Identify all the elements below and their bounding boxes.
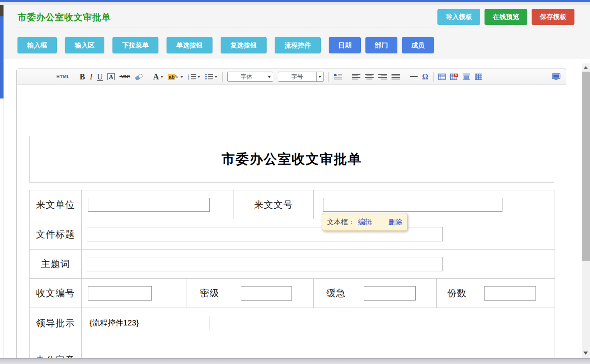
page-title: 市委办公室收文审批单	[18, 11, 111, 23]
insert-table-button[interactable]	[438, 74, 446, 80]
horizontal-rule-icon	[410, 76, 418, 77]
align-center-button[interactable]	[365, 74, 374, 80]
special-character-button[interactable]: Ω	[422, 72, 428, 81]
table-row: 领导批示	[30, 308, 555, 338]
table-row: 来文单位 来文文号	[30, 190, 555, 219]
bold-button[interactable]: B	[80, 72, 85, 82]
input-urgency[interactable]	[364, 286, 416, 301]
field-label-doc-number: 来文文号	[234, 190, 314, 219]
form-title: 市委办公室收文审批单	[29, 136, 554, 183]
chevron-down-icon	[180, 76, 183, 78]
font-family-label: 字体	[228, 72, 266, 81]
chevron-down-icon	[268, 76, 271, 78]
font-size-dropdown-button[interactable]	[316, 72, 323, 81]
font-color-button[interactable]: A	[153, 72, 163, 82]
chevron-down-icon	[197, 76, 200, 78]
font-family-dropdown-button[interactable]	[266, 72, 273, 81]
import-template-button[interactable]: 导入模板	[437, 9, 480, 25]
strikethrough-button[interactable]: ABC	[119, 74, 130, 80]
save-template-button[interactable]: 保存模板	[532, 9, 574, 25]
italic-button[interactable]: I	[90, 72, 93, 82]
remove-format-eraser-button[interactable]	[135, 73, 143, 80]
horizontal-rule-button[interactable]	[410, 76, 418, 77]
input-receipt-number[interactable]	[88, 286, 152, 301]
scrollbar-thumb[interactable]	[582, 72, 590, 261]
svg-text:3: 3	[188, 78, 189, 80]
form-control-buttons: 输入框 输入区 下拉菜单 单选按钮 复选按钮 流程控件 日期 部门 成员	[18, 37, 439, 53]
align-left-button[interactable]	[352, 74, 360, 80]
ordered-list-button[interactable]: 1 2 3	[188, 74, 200, 80]
input-doc-number[interactable]	[323, 198, 502, 212]
control-checkbox-button[interactable]: 复选按钮	[221, 37, 267, 53]
scroll-down-arrow-icon[interactable]	[583, 352, 588, 355]
scroll-up-arrow-icon[interactable]	[583, 66, 588, 69]
control-dropdown-button[interactable]: 下拉菜单	[112, 37, 158, 53]
align-right-icon	[378, 74, 387, 80]
font-family-select[interactable]: 字体	[227, 72, 273, 82]
control-date-button[interactable]: 日期	[329, 37, 361, 53]
toolbar-separator	[75, 72, 75, 82]
tooltip-label: 文本框：	[327, 217, 355, 227]
justify-icon	[392, 74, 400, 80]
unordered-list-button[interactable]	[205, 74, 218, 80]
font-size-label: 字号	[278, 72, 316, 81]
control-radio-button[interactable]: 单选按钮	[167, 37, 212, 53]
table-row: 收文编号 密级 缓急 份数	[30, 279, 555, 308]
indent-button[interactable]	[334, 74, 342, 80]
table-properties-button[interactable]	[463, 74, 470, 80]
toolbar-separator	[405, 72, 405, 82]
highlight-color-button[interactable]: ab✎	[168, 74, 183, 80]
justify-button[interactable]	[392, 74, 400, 80]
character-border-button[interactable]: A	[107, 73, 115, 80]
header-divider	[18, 28, 575, 28]
fullscreen-button[interactable]	[552, 73, 560, 80]
toolbar-separator	[347, 72, 347, 82]
toolbar-separator	[148, 72, 148, 82]
chevron-down-icon	[214, 76, 218, 78]
left-panel-border	[4, 5, 4, 364]
table-cells-icon	[475, 74, 482, 80]
table-properties-icon	[463, 74, 470, 80]
chevron-down-icon	[160, 76, 163, 78]
align-right-button[interactable]	[378, 74, 387, 80]
insert-table-icon	[438, 74, 446, 80]
input-copies[interactable]	[484, 286, 536, 301]
edit-link[interactable]: 编辑	[358, 217, 372, 227]
control-tooltip: 文本框： 编辑 删除	[322, 213, 407, 231]
control-flow-widget-button[interactable]: 流程控件	[275, 37, 321, 53]
toolbar-separator	[433, 72, 434, 82]
field-label-urgency: 缓急	[314, 287, 358, 299]
delete-table-icon	[450, 74, 458, 80]
header-action-buttons: 导入模板 在线预览 保存模板	[437, 9, 574, 25]
control-member-button[interactable]: 成员	[402, 37, 434, 53]
table-row: 主题词	[30, 250, 555, 279]
align-center-icon	[365, 74, 374, 80]
left-edge-blue-strip	[0, 16, 4, 98]
control-textarea-button[interactable]: 输入区	[65, 37, 104, 53]
input-source-unit[interactable]	[88, 198, 210, 212]
delete-link[interactable]: 删除	[388, 217, 402, 227]
underline-button[interactable]: U	[97, 72, 103, 81]
chevron-down-icon	[318, 76, 321, 78]
font-color-glyph: A	[153, 72, 159, 82]
pencil-icon: ✎	[174, 74, 179, 80]
field-label-subject: 主题词	[30, 250, 82, 279]
scrollbar-track[interactable]	[582, 63, 590, 358]
input-security[interactable]	[241, 286, 292, 301]
fullscreen-monitor-icon	[552, 73, 560, 80]
table-cells-button[interactable]	[475, 74, 482, 80]
html-source-button[interactable]: HTML	[56, 74, 70, 79]
ordered-list-icon: 1 2 3	[188, 74, 196, 80]
field-label-doc-title: 文件标题	[30, 219, 82, 250]
input-leader-comments[interactable]	[87, 316, 209, 330]
table-row: 文件标题	[30, 219, 555, 250]
font-size-select[interactable]: 字号	[278, 72, 324, 82]
delete-table-button[interactable]	[450, 74, 458, 80]
control-department-button[interactable]: 部门	[365, 37, 397, 53]
input-subject[interactable]	[87, 257, 443, 271]
online-preview-button[interactable]: 在线预览	[485, 9, 527, 25]
control-input-box-button[interactable]: 输入框	[18, 37, 57, 53]
page-header: 市委办公室收文审批单 导入模板 在线预览 保存模板 输入框 输入区 下拉菜单 单…	[4, 5, 590, 59]
indent-icon	[334, 74, 342, 80]
window-bottom-bar	[0, 358, 590, 364]
